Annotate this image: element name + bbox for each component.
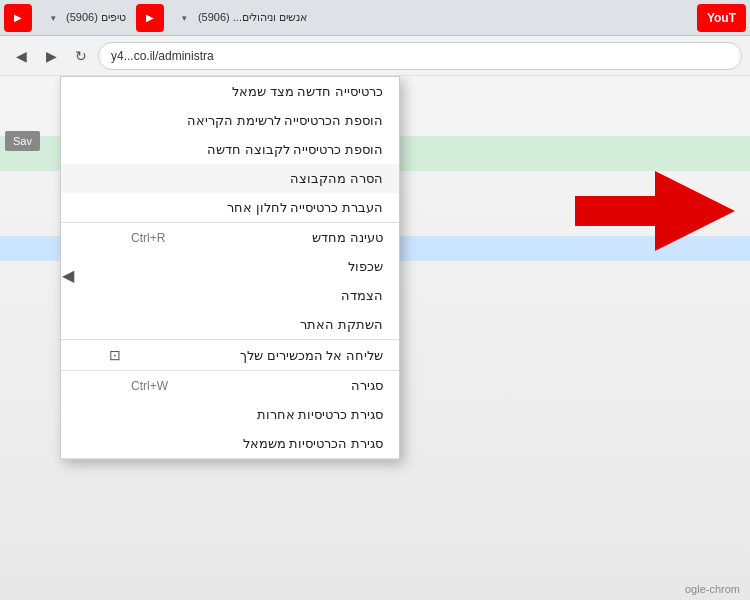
tab1-label: טיפים (5906): [66, 11, 126, 24]
toolbar: ◀ ▶ ↻ y4...co.il/administra: [0, 36, 750, 76]
tab-bar: טיפים (5906) ▾ אנשים וניהולים... (5906) …: [0, 0, 750, 36]
menu-item-close-other-tabs[interactable]: סגירת כרטיסיות אחרות: [61, 400, 399, 429]
menu-item-mute-site-label: השתקת האתר: [300, 317, 383, 332]
tab-item-1[interactable]: טיפים (5906) ▾: [36, 3, 134, 33]
youtube-logo-tab1: [4, 4, 32, 32]
menu-item-duplicate[interactable]: שכפול: [61, 252, 399, 281]
menu-item-add-to-new-group-label: הוספת כרטיסייה לקבוצה חדשה: [207, 142, 383, 157]
menu-item-close-tabs-to-left[interactable]: סגירת הכרטיסיות משמאל: [61, 429, 399, 458]
menu-item-close-tabs-to-left-label: סגירת הכרטיסיות משמאל: [243, 436, 383, 451]
tab2-dropdown[interactable]: ▾: [176, 9, 194, 27]
bottom-status-text: ogle-chrom: [685, 583, 740, 595]
menu-section-3: שליחה אל המכשירים שלך ⊡: [61, 340, 399, 371]
browser-window: טיפים (5906) ▾ אנשים וניהולים... (5906) …: [0, 0, 750, 600]
menu-item-remove-from-group[interactable]: הסרה מהקבוצה: [61, 164, 399, 193]
menu-item-remove-from-group-label: הסרה מהקבוצה: [290, 171, 383, 186]
menu-item-pin[interactable]: הצמדה: [61, 281, 399, 310]
menu-item-close-shortcut: Ctrl+W: [101, 379, 168, 393]
tab1-dropdown[interactable]: ▾: [44, 9, 62, 27]
menu-item-add-to-reading-list[interactable]: הוספת הכרטיסייה לרשימת הקריאה: [61, 106, 399, 135]
address-bar[interactable]: y4...co.il/administra: [98, 42, 742, 70]
svg-marker-0: [575, 171, 735, 251]
menu-item-send-to-devices-label: שליחה אל המכשירים שלך: [240, 348, 383, 363]
menu-item-new-tab-left-label: כרטיסייה חדשה מצד שמאל: [232, 84, 383, 99]
context-menu: כרטיסייה חדשה מצד שמאל הוספת הכרטיסייה ל…: [60, 76, 400, 460]
menu-item-pin-label: הצמדה: [341, 288, 383, 303]
menu-item-new-tab-left[interactable]: כרטיסייה חדשה מצד שמאל: [61, 77, 399, 106]
menu-item-add-to-new-group[interactable]: הוספת כרטיסייה לקבוצה חדשה: [61, 135, 399, 164]
save-button[interactable]: Sav: [5, 131, 40, 151]
menu-back-arrow[interactable]: ◀: [62, 266, 74, 285]
menu-item-close-label: סגירה: [351, 378, 383, 393]
menu-item-mute-site[interactable]: השתקת האתר: [61, 310, 399, 339]
address-text: y4...co.il/administra: [111, 49, 214, 63]
youtube-signin-button[interactable]: YouT: [697, 4, 746, 32]
menu-item-close[interactable]: סגירה Ctrl+W: [61, 371, 399, 400]
menu-item-move-tab-to-window[interactable]: העברת כרטיסייה לחלון אחר: [61, 193, 399, 222]
youtube-logo-tab2: [136, 4, 164, 32]
red-arrow: [575, 171, 735, 251]
page-content: Sav ◀ כרטיסייה חדשה מצד שמאל הוספת הכרטי…: [0, 76, 750, 600]
menu-item-add-to-reading-list-label: הוספת הכרטיסייה לרשימת הקריאה: [187, 113, 383, 128]
refresh-button[interactable]: ↻: [68, 43, 94, 69]
menu-section-1: כרטיסייה חדשה מצד שמאל הוספת הכרטיסייה ל…: [61, 77, 399, 223]
menu-item-reload[interactable]: טעינה מחדש Ctrl+R: [61, 223, 399, 252]
forward-button[interactable]: ▶: [38, 43, 64, 69]
menu-item-send-to-devices[interactable]: שליחה אל המכשירים שלך ⊡: [61, 340, 399, 370]
tab-item-2[interactable]: אנשים וניהולים... (5906) ▾: [168, 3, 315, 33]
menu-item-move-tab-to-window-label: העברת כרטיסייה לחלון אחר: [227, 200, 383, 215]
menu-item-duplicate-label: שכפול: [348, 259, 383, 274]
menu-item-reload-shortcut: Ctrl+R: [101, 231, 165, 245]
menu-item-reload-label: טעינה מחדש: [312, 230, 383, 245]
send-to-devices-icon: ⊡: [109, 347, 121, 363]
menu-item-close-other-tabs-label: סגירת כרטיסיות אחרות: [257, 407, 383, 422]
back-button[interactable]: ◀: [8, 43, 34, 69]
menu-section-4: סגירה Ctrl+W סגירת כרטיסיות אחרות סגירת …: [61, 371, 399, 459]
menu-section-2: טעינה מחדש Ctrl+R שכפול הצמדה השתקת האתר: [61, 223, 399, 340]
tab2-label: אנשים וניהולים... (5906): [198, 11, 307, 24]
